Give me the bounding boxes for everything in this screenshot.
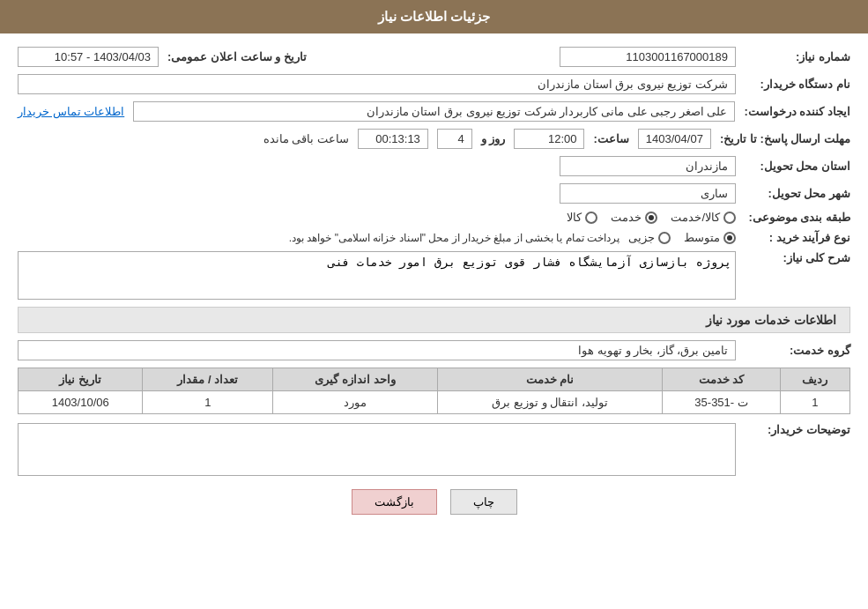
radio-label-khedmat: خدمت (611, 211, 642, 224)
saat-value: 12:00 (514, 129, 584, 149)
tabaqe-label: طبقه بندی موضوعی: (745, 211, 850, 224)
dastgah-value: شرکت توزیع نیروی برق استان مازندران (18, 74, 736, 94)
col-kod: کد خدمت (663, 368, 780, 391)
row-ostan: استان محل تحویل: مازندران (18, 156, 850, 176)
row-ijad: ایجاد کننده درخواست: علی اصغر رجبی علی م… (18, 101, 850, 122)
table-row: 1ت -351-35تولید، انتقال و توزیع برقمورد1… (19, 391, 850, 414)
saat-baqi-label: ساعت باقی مانده (263, 132, 349, 145)
col-vahed: واحد اندازه گیری (273, 368, 437, 391)
radio-circle-kala-khedmat (723, 212, 736, 224)
main-content: شماره نیاز: 1103001167000189 تاریخ و ساع… (0, 33, 868, 541)
shahr-label: شهر محل تحویل: (745, 187, 850, 200)
page-title: جزئیات اطلاعات نیاز (378, 9, 490, 24)
sharh-textarea[interactable] (18, 251, 736, 300)
col-nam: نام خدمت (437, 368, 663, 391)
gorooh-label: گروه خدمت: (745, 344, 850, 357)
back-button[interactable]: بازگشت (352, 489, 437, 515)
table-cell: 1 (143, 391, 273, 414)
radio-circle-kala (585, 212, 597, 224)
row-sharh: شرح کلی نیاز: (18, 251, 850, 300)
radio-kala[interactable]: کالا (567, 211, 597, 224)
table-cell: مورد (273, 391, 437, 414)
table-cell: تولید، انتقال و توزیع برق (437, 391, 663, 414)
shomara-value: 1103001167000189 (560, 47, 736, 67)
radio-label-motavaset: متوسط (684, 231, 720, 244)
table-cell: 1403/10/06 (19, 391, 143, 414)
col-radif: ردیف (780, 368, 849, 391)
radio-motavaset[interactable]: متوسط (684, 231, 736, 244)
row-tozihat: توضیحات خریدار: (18, 423, 850, 476)
rooz-label: روز و (481, 132, 506, 145)
sharh-label: شرح کلی نیاز: (745, 251, 850, 264)
nooe-label: نوع فرآیند خرید : (745, 231, 850, 244)
radio-khedmat[interactable]: خدمت (611, 211, 657, 224)
row-tabaqe: طبقه بندی موضوعی: کالا/خدمت خدمت کالا (18, 211, 850, 224)
table-header-row: ردیف کد خدمت نام خدمت واحد اندازه گیری ت… (19, 368, 850, 391)
page-header: جزئیات اطلاعات نیاز (0, 0, 868, 33)
col-tarikh: تاریخ نیاز (19, 368, 143, 391)
button-row: چاپ بازگشت (18, 489, 850, 515)
shomara-label: شماره نیاز: (745, 50, 850, 63)
ettelaat-link[interactable]: اطلاعات تماس خریدار (18, 105, 124, 118)
dastgah-label: نام دستگاه خریدار: (745, 78, 850, 91)
print-button[interactable]: چاپ (450, 489, 517, 515)
ostan-value: مازندران (560, 156, 736, 176)
row-gorooh: گروه خدمت: تامین برق، گاز، بخار و تهویه … (18, 340, 850, 360)
radio-jozei[interactable]: جزیی (628, 231, 671, 244)
page-wrapper: جزئیات اطلاعات نیاز شماره نیاز: 11030011… (0, 0, 868, 609)
rooz-value: 4 (437, 129, 472, 149)
row-shahr: شهر محل تحویل: ساری (18, 183, 850, 204)
nooe-text: پرداخت تمام یا بخشی از مبلغ خریدار از مح… (289, 232, 619, 244)
tabaqe-radio-group: کالا/خدمت خدمت کالا (567, 211, 736, 224)
services-table-container: ردیف کد خدمت نام خدمت واحد اندازه گیری ت… (18, 368, 850, 414)
radio-label-kala: کالا (567, 211, 582, 224)
tarikh-aalan-value: 1403/04/03 - 10:57 (18, 47, 159, 67)
services-table: ردیف کد خدمت نام خدمت واحد اندازه گیری ت… (18, 368, 850, 414)
radio-circle-khedmat (645, 212, 657, 224)
row-shomara: شماره نیاز: 1103001167000189 تاریخ و ساع… (18, 47, 850, 67)
nooe-radio-group: متوسط جزیی (628, 231, 736, 244)
tozihat-textarea[interactable] (18, 423, 736, 476)
table-cell: 1 (780, 391, 849, 414)
ijad-label: ایجاد کننده درخواست: (744, 105, 850, 118)
col-tedad: تعداد / مقدار (143, 368, 273, 391)
saat-label: ساعت: (593, 132, 628, 145)
ostan-label: استان محل تحویل: (745, 160, 850, 173)
row-mohlet: مهلت ارسال پاسخ: تا تاریخ: 1403/04/07 سا… (18, 129, 850, 149)
shahr-value: ساری (560, 183, 736, 204)
ettelaat-khedmat-title: اطلاعات خدمات مورد نیاز (18, 307, 850, 333)
tarikh-aalan-label: تاریخ و ساعت اعلان عمومی: (167, 50, 307, 63)
radio-label-jozei: جزیی (628, 231, 655, 244)
row-dastgah: نام دستگاه خریدار: شرکت توزیع نیروی برق … (18, 74, 850, 94)
table-cell: ت -351-35 (663, 391, 780, 414)
tarikh-value: 1403/04/07 (638, 129, 711, 149)
gorooh-value: تامین برق، گاز، بخار و تهویه هوا (18, 340, 736, 360)
ijad-value: علی اصغر رجبی علی مانی کاربردار شرکت توز… (133, 101, 735, 122)
radio-circle-jozei (658, 232, 671, 244)
row-nooe: نوع فرآیند خرید : متوسط جزیی پرداخت تمام… (18, 231, 850, 244)
saat-baqi-value: 00:13:13 (358, 129, 428, 149)
radio-circle-motavaset (723, 232, 736, 244)
mohlet-label: مهلت ارسال پاسخ: تا تاریخ: (720, 132, 850, 145)
radio-label-kala-khedmat: کالا/خدمت (671, 211, 720, 224)
tozihat-label: توضیحات خریدار: (745, 423, 850, 436)
radio-kala-khedmat[interactable]: کالا/خدمت (671, 211, 736, 224)
